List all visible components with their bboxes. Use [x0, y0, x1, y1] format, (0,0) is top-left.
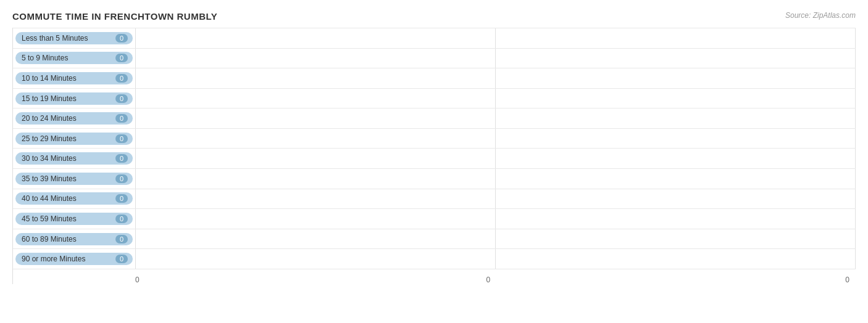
bar-label-pill: 30 to 34 Minutes0	[15, 152, 133, 165]
bar-row: 25 to 29 Minutes0	[13, 129, 856, 149]
bar-label-pill: 45 to 59 Minutes0	[15, 213, 133, 225]
bar-label-pill: 35 to 39 Minutes0	[15, 173, 133, 185]
bar-track	[135, 194, 856, 204]
bar-label-pill: 5 to 9 Minutes0	[15, 52, 133, 64]
bar-value-badge: 0	[115, 94, 128, 103]
x-tick-1: 0	[479, 276, 498, 284]
bar-label-pill: 40 to 44 Minutes0	[15, 192, 133, 205]
bar-value-badge: 0	[115, 34, 128, 43]
bar-row: 30 to 34 Minutes0	[13, 149, 856, 169]
bar-label-pill: 90 or more Minutes0	[15, 253, 133, 265]
bar-label-text: 45 to 59 Minutes	[22, 215, 77, 223]
bar-value-badge: 0	[115, 54, 128, 62]
bar-label-text: 40 to 44 Minutes	[22, 194, 77, 203]
bar-label-text: 60 to 89 Minutes	[22, 235, 77, 243]
x-axis: 0 0 0	[13, 269, 856, 284]
bar-value-badge: 0	[115, 114, 128, 123]
bar-track	[135, 174, 856, 184]
bar-label-text: 30 to 34 Minutes	[22, 154, 77, 163]
bar-track	[135, 214, 856, 224]
bar-track	[135, 254, 856, 264]
bar-value-badge: 0	[115, 215, 128, 223]
bar-row: 45 to 59 Minutes0	[13, 209, 856, 229]
bar-label-pill: 20 to 24 Minutes0	[15, 112, 133, 125]
bar-row: 20 to 24 Minutes0	[13, 108, 856, 129]
chart-container: COMMUTE TIME IN FRENCHTOWN RUMBLY Source…	[0, 0, 868, 323]
source-label: Source: ZipAtlas.com	[785, 11, 856, 20]
bar-label-text: 90 or more Minutes	[22, 255, 85, 263]
bar-label-pill: 10 to 14 Minutes0	[15, 72, 133, 84]
bar-row: 60 to 89 Minutes0	[13, 229, 856, 250]
bar-value-badge: 0	[115, 174, 128, 183]
bar-label-pill: 25 to 29 Minutes0	[15, 133, 133, 145]
bar-value-badge: 0	[115, 74, 128, 83]
bar-value-badge: 0	[115, 235, 128, 243]
bar-value-badge: 0	[115, 194, 128, 203]
bar-row: 40 to 44 Minutes0	[13, 189, 856, 210]
bar-label-pill: Less than 5 Minutes0	[15, 32, 133, 44]
bar-label-pill: 60 to 89 Minutes0	[15, 233, 133, 245]
bar-label-pill: 15 to 19 Minutes0	[15, 92, 133, 105]
bar-track	[135, 93, 856, 104]
bar-label-text: 5 to 9 Minutes	[22, 54, 68, 62]
bar-track	[135, 73, 856, 84]
bar-row: 10 to 14 Minutes0	[13, 68, 856, 89]
bar-track	[135, 33, 856, 44]
bar-track	[135, 133, 856, 144]
bar-label-text: 15 to 19 Minutes	[22, 94, 77, 103]
bar-track	[135, 234, 856, 244]
bar-track	[135, 153, 856, 164]
bar-row: 35 to 39 Minutes0	[13, 169, 856, 189]
bar-row: 5 to 9 Minutes0	[13, 49, 856, 69]
bar-label-text: 25 to 29 Minutes	[22, 134, 77, 143]
bar-row: Less than 5 Minutes0	[13, 28, 856, 49]
bar-label-text: 10 to 14 Minutes	[22, 74, 77, 83]
bar-row: 90 or more Minutes0	[13, 249, 856, 269]
bar-track	[135, 53, 856, 63]
bar-label-text: Less than 5 Minutes	[22, 34, 88, 43]
bar-label-text: 20 to 24 Minutes	[22, 114, 77, 123]
bar-value-badge: 0	[115, 134, 128, 143]
bar-row: 15 to 19 Minutes0	[13, 89, 856, 109]
x-tick-0: 0	[13, 276, 140, 284]
bar-value-badge: 0	[115, 255, 128, 263]
chart-area: Less than 5 Minutes05 to 9 Minutes010 to…	[12, 28, 856, 284]
x-tick-2: 0	[837, 276, 856, 284]
bars-area: Less than 5 Minutes05 to 9 Minutes010 to…	[13, 28, 856, 269]
bar-track	[135, 113, 856, 124]
chart-title: COMMUTE TIME IN FRENCHTOWN RUMBLY	[12, 11, 856, 22]
bar-label-text: 35 to 39 Minutes	[22, 174, 77, 183]
bar-value-badge: 0	[115, 154, 128, 163]
